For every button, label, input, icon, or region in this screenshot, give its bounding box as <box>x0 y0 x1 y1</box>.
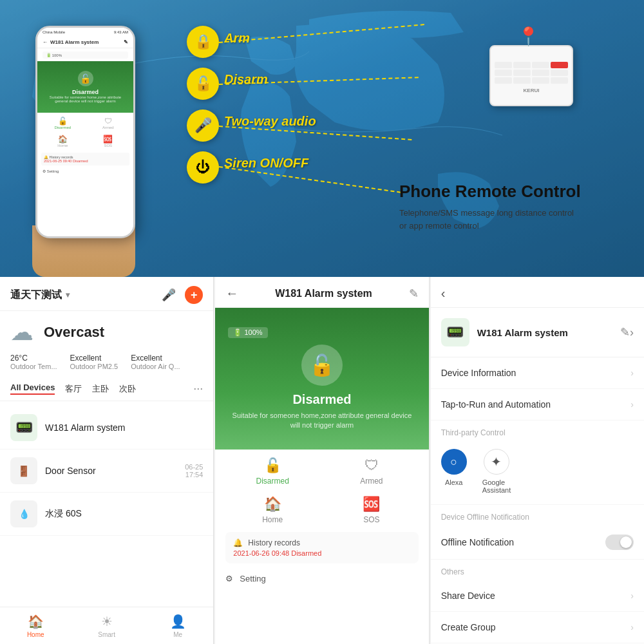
map-pin-icon: 📍 <box>517 26 540 47</box>
p3-others-title: Others <box>431 560 644 580</box>
p2-header: ← W181 Alarm system ✎ <box>215 277 428 308</box>
tab-bedroom2[interactable]: 次卧 <box>119 383 136 395</box>
door-time: 06-25 17:54 <box>185 463 203 478</box>
p3-google-item[interactable]: ✦ GoogleAssistant <box>482 449 511 494</box>
p1-user-title[interactable]: 通天下测试 ▾ <box>10 289 70 302</box>
p3-third-party-title: Third-party Control <box>431 421 644 441</box>
p1-dropdown-icon[interactable]: ▾ <box>66 290 70 299</box>
panel-home: 通天下测试 ▾ 🎤 + ☁ Overcast 26°C Outdoor Tem.… <box>0 277 214 644</box>
p3-create-group[interactable]: Create Group › <box>431 612 644 643</box>
device-item-door[interactable]: 🚪 Door Sensor 06-25 17:54 <box>0 450 213 493</box>
nav-smart[interactable]: ☀ Smart <box>71 607 142 644</box>
p3-offline-label: Offline Notification <box>441 537 514 547</box>
p3-share-device-arrow: › <box>630 591 634 601</box>
water-name: 水浸 60S <box>45 508 203 520</box>
p3-offline-row: Offline Notification <box>431 526 644 560</box>
door-info: Door Sensor <box>45 466 177 476</box>
p3-device-info-label: Device Information <box>441 368 516 378</box>
add-device-button[interactable]: + <box>185 286 203 304</box>
home-ctrl-label: Home <box>262 515 283 524</box>
p2-history-title: 🔔 History records <box>233 538 410 547</box>
tab-living-room[interactable]: 客厅 <box>65 383 82 395</box>
device-item-alarm[interactable]: 📟 W181 Alarm system <box>0 406 213 450</box>
p3-device-row: 📟 W181 Alarm system ✎› <box>431 308 644 357</box>
p3-device-name: W181 Alarm system <box>477 327 612 338</box>
p3-back-button[interactable]: ‹ <box>441 286 446 301</box>
p2-lock-icon: 🔓 <box>301 345 343 386</box>
p2-control-buttons: 🔓 Disarmed 🛡 Armed 🏠 Home 🆘 SOS <box>215 450 428 532</box>
more-tabs-icon[interactable]: ··· <box>193 382 203 395</box>
door-thumb: 🚪 <box>10 457 37 484</box>
p3-share-device-label: Share Device <box>441 591 495 601</box>
p3-device-information[interactable]: Device Information › <box>431 357 644 389</box>
ctrl-disarmed[interactable]: 🔓 Disarmed <box>228 457 317 486</box>
door-name: Door Sensor <box>45 466 177 476</box>
device-item-water[interactable]: 💧 水浸 60S <box>0 493 213 536</box>
p3-device-info-arrow: › <box>630 368 634 378</box>
p1-header-icons: 🎤 + <box>162 286 203 304</box>
water-thumb: 💧 <box>10 500 37 527</box>
offline-notification-toggle[interactable] <box>605 535 634 550</box>
settings-icon: ⚙ <box>225 574 233 583</box>
google-label: GoogleAssistant <box>482 478 511 494</box>
p2-battery-indicator: 🔋 100% <box>228 327 267 338</box>
tab-all-devices[interactable]: All Devices <box>10 383 55 395</box>
google-icon: ✦ <box>484 449 509 475</box>
p2-green-area: 🔋 100% 🔓 Disarmed Suitable for someone h… <box>215 308 428 450</box>
nav-me-label: Me <box>173 631 182 638</box>
p2-setting-label: Setting <box>240 574 265 583</box>
alarm-thumb: 📟 <box>10 414 37 441</box>
arm-feature-icon: 🔒 <box>187 26 219 58</box>
disarmed-ctrl-icon: 🔓 <box>264 457 281 474</box>
armed-ctrl-label: Armed <box>360 477 383 486</box>
disarm-feature-icon: 🔓 <box>187 68 219 100</box>
p2-device-title: W181 Alarm system <box>275 288 372 299</box>
p3-third-party-section: ○ Alexa ✦ GoogleAssistant <box>431 441 644 505</box>
temp-stat: 26°C Outdoor Tem... <box>10 354 57 370</box>
p2-history-detail: 2021-06-26 09:48 Disarmed <box>233 549 410 557</box>
sos-ctrl-label: SOS <box>363 515 379 524</box>
alexa-label: Alexa <box>445 478 463 486</box>
nav-me[interactable]: 👤 Me <box>142 607 213 644</box>
p3-create-group-label: Create Group <box>441 622 496 632</box>
ctrl-armed[interactable]: 🛡 Armed <box>327 457 416 486</box>
p3-alexa-item[interactable]: ○ Alexa <box>441 449 467 494</box>
water-info: 水浸 60S <box>45 508 203 520</box>
p2-back-button[interactable]: ← <box>225 286 238 301</box>
p2-history-section[interactable]: 🔔 History records 2021-06-26 09:48 Disar… <box>225 532 418 564</box>
home-nav-icon: 🏠 <box>28 614 44 629</box>
phone-remote-section: Phone Remote Control Telephone/SMS messa… <box>399 182 605 232</box>
banner-section: China Mobile9:43 AM ←W181 Alarm system✎ … <box>0 0 644 277</box>
p1-user-name: 通天下测试 <box>10 289 62 302</box>
p2-edit-icon[interactable]: ✎ <box>409 287 419 301</box>
alexa-icon: ○ <box>441 449 467 475</box>
ctrl-sos[interactable]: 🆘 SOS <box>327 496 416 524</box>
microphone-icon[interactable]: 🎤 <box>162 288 176 302</box>
arm-label: Arm <box>224 31 250 46</box>
disarm-label: Disarm <box>224 72 268 87</box>
ctrl-home[interactable]: 🏠 Home <box>228 496 317 524</box>
p2-status-text: Disarmed <box>292 392 351 407</box>
sos-ctrl-icon: 🆘 <box>363 496 380 513</box>
bell-icon: 🔔 <box>233 538 243 547</box>
device-tabs: All Devices 客厅 主卧 次卧 ··· <box>0 377 213 401</box>
weather-stats: 26°C Outdoor Tem... Excellent Outdoor PM… <box>0 354 213 377</box>
p3-header: ‹ <box>431 277 644 308</box>
device-list: 📟 W181 Alarm system 🚪 Door Sensor 06-25 … <box>0 401 213 541</box>
alarm-name: W181 Alarm system <box>45 422 203 433</box>
p3-share-device[interactable]: Share Device › <box>431 580 644 612</box>
alarm-info: W181 Alarm system <box>45 422 203 433</box>
phone-remote-title: Phone Remote Control <box>399 182 605 202</box>
panel-device-detail: ← W181 Alarm system ✎ 🔋 100% 🔓 Disarmed … <box>215 277 429 644</box>
me-nav-icon: 👤 <box>170 614 186 629</box>
nav-home[interactable]: 🏠 Home <box>0 607 71 644</box>
tab-master-bedroom[interactable]: 主卧 <box>92 383 109 395</box>
audio-feature-icon: 🎤 <box>187 109 219 142</box>
p3-edit-button[interactable]: ✎› <box>620 325 634 339</box>
p2-setting-row[interactable]: ⚙ Setting <box>215 569 428 589</box>
nav-home-label: Home <box>27 631 44 638</box>
p3-offline-title: Device Offline Notification <box>431 505 644 526</box>
phone-remote-desc: Telephone/SMS message long distance cont… <box>399 207 605 232</box>
home-ctrl-icon: 🏠 <box>264 496 281 513</box>
p3-tap-to-run[interactable]: Tap-to-Run and Automation › <box>431 389 644 421</box>
